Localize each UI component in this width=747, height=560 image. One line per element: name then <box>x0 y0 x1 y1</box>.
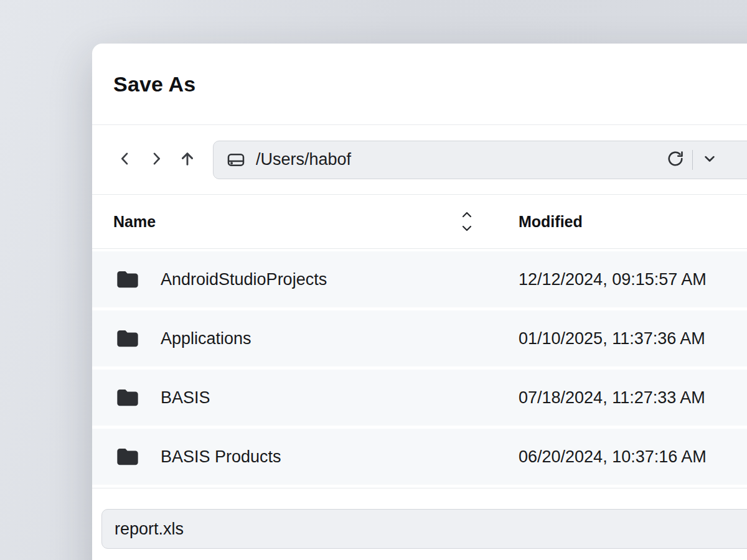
sort-chevron-down-icon <box>461 224 473 233</box>
file-modified: 01/10/2025, 11:37:36 AM <box>519 329 705 348</box>
file-name: Applications <box>161 329 251 348</box>
vertical-separator <box>692 150 693 170</box>
chevron-left-icon <box>116 150 134 169</box>
back-button[interactable] <box>113 148 137 172</box>
save-as-dialog: Save As <box>92 44 747 560</box>
sort-chevron-up-icon <box>461 210 473 220</box>
path-dropdown-button[interactable] <box>698 148 721 172</box>
file-row-androidstudioprojects[interactable]: AndroidStudioProjects 12/12/2024, 09:15:… <box>92 251 747 307</box>
forward-button[interactable] <box>144 148 168 172</box>
file-name: BASIS Products <box>161 447 281 467</box>
column-header-name[interactable]: Name <box>113 213 156 231</box>
folder-icon <box>113 267 142 292</box>
refresh-icon <box>666 149 685 170</box>
sort-button[interactable] <box>458 208 476 236</box>
file-modified: 07/18/2024, 11:27:33 AM <box>519 388 705 408</box>
folder-icon <box>113 444 142 469</box>
filename-section <box>92 488 747 549</box>
chevron-down-icon <box>701 150 718 169</box>
file-row-basis-products[interactable]: BASIS Products 06/20/2024, 10:37:16 AM <box>92 429 747 485</box>
path-field-actions <box>664 141 722 179</box>
file-list: AndroidStudioProjects 12/12/2024, 09:15:… <box>92 249 747 485</box>
column-header-modified[interactable]: Modified <box>519 213 583 231</box>
path-field[interactable] <box>213 141 747 179</box>
navigation-toolbar <box>92 125 747 194</box>
file-row-applications[interactable]: Applications 01/10/2025, 11:37:36 AM <box>92 310 747 366</box>
up-button[interactable] <box>176 148 199 172</box>
file-table-header: Name Modified <box>92 195 747 248</box>
file-name: BASIS <box>161 388 210 408</box>
chevron-right-icon <box>148 150 165 169</box>
arrow-up-icon <box>178 149 197 170</box>
file-modified: 06/20/2024, 10:37:16 AM <box>519 447 707 467</box>
filename-input[interactable] <box>101 509 747 549</box>
hard-drive-icon <box>226 150 246 170</box>
refresh-button[interactable] <box>664 148 687 172</box>
file-row-basis[interactable]: BASIS 07/18/2024, 11:27:33 AM <box>92 370 747 426</box>
folder-icon <box>113 326 142 351</box>
dialog-header: Save As <box>92 44 747 124</box>
dialog-title: Save As <box>113 72 195 96</box>
file-name: AndroidStudioProjects <box>161 270 327 289</box>
folder-icon <box>113 385 142 410</box>
file-modified: 12/12/2024, 09:15:57 AM <box>519 270 707 289</box>
